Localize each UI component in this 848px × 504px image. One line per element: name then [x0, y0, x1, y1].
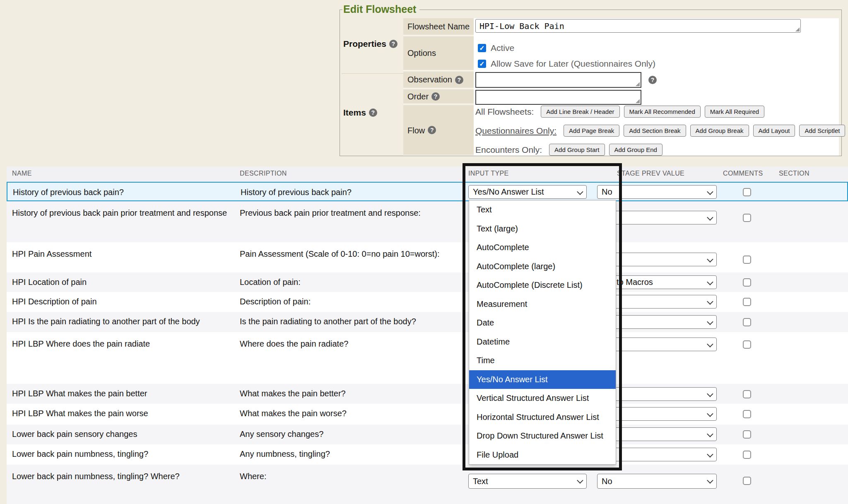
fieldset-legend: Edit Flowsheet [342, 3, 419, 15]
comments-checkbox[interactable] [743, 410, 751, 418]
comments-checkbox[interactable] [743, 298, 751, 306]
observation-field-help-icon[interactable]: ? [648, 76, 657, 84]
add-group-end-button[interactable]: Add Group End [609, 144, 662, 156]
questionnaires-only-link[interactable]: Questionnaires Only: [475, 126, 556, 136]
chevron-down-icon [707, 451, 713, 458]
resize-grip-icon[interactable] [795, 27, 800, 31]
table-row[interactable]: HPI Location of painLocation of pain: [7, 272, 848, 292]
items-help-icon[interactable]: ? [369, 109, 377, 117]
comments-checkbox[interactable] [743, 477, 751, 485]
row-name: Lower back pain sensory changes [12, 429, 238, 440]
add-page-break-button[interactable]: Add Page Break [564, 125, 619, 137]
dropdown-option[interactable]: AutoComplete [469, 238, 616, 257]
table-row[interactable]: HPI LBP Where does the pain radiateWhere… [7, 332, 848, 384]
comments-checkbox[interactable] [743, 214, 751, 222]
dropdown-option[interactable]: Vertical Structured Answer List [469, 389, 616, 408]
comments-checkbox[interactable] [743, 318, 751, 326]
encounters-only-label: Encounters Only: [475, 145, 542, 155]
properties-help-icon[interactable]: ? [389, 40, 398, 48]
input-type-select[interactable]: Yes/No Answer List [468, 185, 587, 199]
add-group-start-button[interactable]: Add Group Start [549, 144, 605, 156]
table-row[interactable]: Lower back pain numbness, tingling? Wher… [7, 465, 848, 504]
dropdown-option[interactable]: Drop Down Structured Answer List [469, 427, 616, 446]
row-description: What makes the pain worse? [240, 408, 447, 419]
dropdown-option[interactable]: AutoComplete (Discrete List) [469, 276, 616, 295]
flow-label: Flow ? [403, 105, 474, 156]
flow-help-icon[interactable]: ? [428, 126, 436, 134]
comments-checkbox[interactable] [743, 451, 751, 459]
dropdown-option[interactable]: Measurement [469, 295, 616, 314]
observation-textarea[interactable] [475, 72, 641, 88]
table-row[interactable]: Lower back pain sensory changesAny senso… [7, 424, 848, 444]
active-checkbox[interactable]: ✓ [478, 44, 486, 52]
comments-checkbox[interactable] [743, 256, 751, 264]
comments-checkbox[interactable] [743, 340, 751, 349]
order-textarea[interactable] [475, 90, 641, 105]
row-name: Lower back pain numbness, tingling? [12, 449, 238, 460]
row-name: History of previous back pain prior trea… [12, 207, 238, 219]
col-header-section: SECTION [779, 170, 809, 177]
table-row[interactable]: HPI LBP What makes the pain worseWhat ma… [7, 404, 848, 424]
input-type-select[interactable]: Text [468, 474, 587, 489]
chevron-down-icon [707, 188, 713, 195]
resize-grip-icon[interactable] [636, 82, 640, 86]
chevron-down-icon [707, 341, 713, 347]
comments-checkbox[interactable] [743, 188, 751, 196]
stage-prev-value-select[interactable]: No [597, 474, 717, 489]
col-header-name: NAME [12, 170, 32, 177]
table-row[interactable]: HPI Pain AssessmentPain Assessment (Scal… [7, 242, 848, 272]
row-description: Any sensory changes? [240, 429, 447, 440]
table-row[interactable]: Lower back pain numbness, tingling?Any n… [7, 444, 848, 465]
mark-all-recommended-button[interactable]: Mark All Recommended [624, 106, 701, 118]
stage-prev-value-select[interactable]: No [597, 185, 717, 199]
comments-checkbox[interactable] [743, 390, 751, 398]
resize-grip-icon[interactable] [636, 99, 640, 103]
add-line-break-header-button[interactable]: Add Line Break / Header [541, 106, 619, 118]
chevron-down-icon [707, 298, 713, 305]
row-name: HPI Pain Assessment [12, 248, 238, 260]
add-group-break-button[interactable]: Add Group Break [690, 125, 749, 137]
chevron-down-icon [707, 318, 713, 325]
row-name: HPI Description of pain [12, 296, 238, 307]
mark-all-required-button[interactable]: Mark All Required [705, 106, 764, 118]
table-row[interactable]: History of previous back pain prior trea… [7, 201, 848, 242]
properties-section-label: Properties ? [343, 39, 398, 49]
option-active-row: ✓ Active [478, 43, 514, 53]
table-row[interactable]: History of previous back pain?History of… [7, 182, 848, 201]
chevron-down-icon [707, 410, 713, 417]
dropdown-option[interactable]: Yes/No Answer List [469, 370, 616, 389]
dropdown-option[interactable]: Time [469, 351, 616, 370]
chevron-down-icon [577, 188, 583, 195]
add-scriptlet-button[interactable]: Add Scriptlet [799, 125, 845, 137]
dropdown-option[interactable]: Text [469, 200, 616, 219]
table-row[interactable]: HPI Is the pain radiating to another par… [7, 312, 848, 332]
table-row[interactable]: HPI LBP What makes the pain betterWhat m… [7, 384, 848, 404]
table-row[interactable]: HPI Description of painDescription of pa… [7, 292, 848, 312]
row-name: HPI Is the pain radiating to another par… [12, 316, 238, 327]
add-layout-button[interactable]: Add Layout [753, 125, 795, 137]
options-label-text: Options [407, 48, 436, 58]
dropdown-option[interactable]: Datetime [469, 333, 616, 352]
dropdown-option[interactable]: AutoComplete (large) [469, 257, 616, 276]
comments-checkbox[interactable] [743, 278, 751, 287]
observation-help-icon[interactable]: ? [455, 76, 463, 84]
dropdown-option[interactable]: Text (large) [469, 219, 616, 239]
row-description: Is the pain radiating to another part of… [240, 316, 447, 327]
dropdown-option[interactable]: Horizontal Structured Answer List [469, 408, 616, 427]
add-section-break-button[interactable]: Add Section Break [624, 125, 686, 137]
row-name: HPI Location of pain [12, 277, 238, 288]
dropdown-option[interactable]: File Upload [469, 446, 616, 465]
chevron-down-icon [707, 256, 713, 263]
items-label-text: Items [343, 108, 366, 118]
all-flowsheets-buttons: Add Line Break / HeaderMark All Recommen… [541, 106, 768, 118]
row-description: What makes the pain better? [240, 388, 447, 399]
comments-checkbox[interactable] [743, 430, 751, 439]
allow-save-checkbox[interactable]: ✓ [478, 60, 486, 68]
order-help-icon[interactable]: ? [431, 92, 440, 101]
col-header-comments: COMMENTS [723, 170, 763, 177]
chevron-down-icon [707, 477, 713, 484]
properties-label-text: Properties [343, 39, 386, 49]
dropdown-option[interactable]: Date [469, 313, 616, 333]
flowsheet-name-input[interactable]: HPI-Low Back Pain [475, 19, 801, 33]
flow-encounters-row: Encounters Only: Add Group StartAdd Grou… [475, 144, 667, 156]
